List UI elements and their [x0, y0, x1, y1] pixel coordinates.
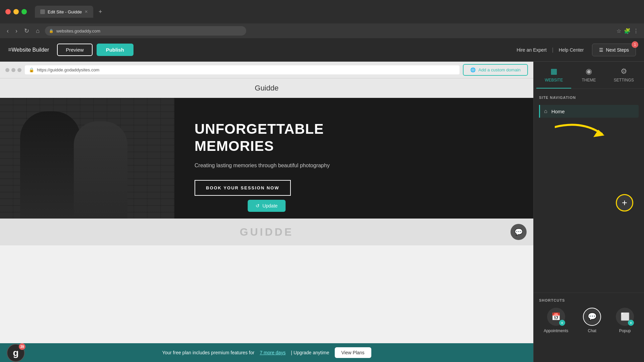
app-header: ≡ Website Builder Preview Publish Hire a… — [0, 38, 644, 62]
godaddy-logo: g 39 — [7, 344, 25, 362]
hero-title-line1: UNFORGETTABLE — [195, 121, 513, 137]
header-separator: | — [552, 47, 553, 53]
notification-badge: 1 — [632, 41, 638, 48]
godaddy-badge: g 39 — [7, 344, 25, 362]
next-steps-label: Next Steps — [606, 47, 629, 53]
book-session-button[interactable]: BOOK YOUR SESSION NOW — [195, 180, 291, 196]
hero-section[interactable]: UNFORGETTABLE MEMORIES Creating lasting … — [0, 98, 533, 219]
right-panel: ▦ WEBSITE ◉ THEME ⚙ SETTINGS SITE NAVIGA… — [533, 62, 644, 362]
new-tab-button[interactable]: + — [96, 7, 105, 17]
editor-area: 🔒 https://guidde.godaddysites.com 🌐 Add … — [0, 62, 533, 362]
tab-close-icon[interactable]: ✕ — [85, 9, 88, 14]
preview-browser-bar: 🔒 https://guidde.godaddysites.com 🌐 Add … — [0, 62, 533, 78]
popup-icon: ⬜ + — [616, 308, 634, 326]
website-tab-label: WEBSITE — [545, 78, 563, 82]
tab-settings[interactable]: ⚙ SETTINGS — [606, 62, 641, 88]
settings-tab-icon: ⚙ — [621, 67, 627, 76]
url-text: websites.godaddy.com — [56, 28, 100, 34]
globe-icon: 🌐 — [470, 67, 476, 72]
godaddy-letter: g — [13, 348, 18, 358]
chat-bubble-icon[interactable]: 💬 — [511, 224, 527, 240]
plus-icon: + — [622, 197, 627, 208]
main-layout: 🔒 https://guidde.godaddysites.com 🌐 Add … — [0, 62, 644, 362]
add-page-button[interactable]: + — [616, 194, 633, 212]
back-button[interactable]: ‹ — [5, 26, 10, 36]
tab-theme[interactable]: ◉ THEME — [571, 62, 606, 88]
arrow-annotation — [555, 120, 622, 147]
nav-item-home[interactable]: ⌂ Home — [539, 105, 639, 118]
address-bar[interactable]: 🔒 websites.godaddy.com — [45, 26, 246, 36]
appointments-badge: + — [559, 320, 565, 326]
home-nav-icon: ⌂ — [544, 108, 547, 114]
person2-silhouette — [74, 121, 127, 219]
preview-url-bar[interactable]: 🔒 https://guidde.godaddysites.com — [25, 65, 460, 74]
add-domain-label: Add a custom domain — [478, 67, 521, 72]
home-button[interactable]: ⌂ — [35, 26, 41, 36]
preview-dot-3 — [17, 68, 21, 72]
guidde-footer-text: GUIDDE — [240, 226, 293, 238]
minimize-button[interactable] — [13, 9, 19, 14]
help-center-link[interactable]: Help Center — [559, 47, 584, 53]
godaddy-notification-count: 39 — [19, 343, 25, 350]
theme-tab-label: THEME — [582, 78, 596, 82]
hero-photo — [0, 98, 174, 219]
star-icon: ☆ — [616, 28, 621, 34]
forward-button[interactable]: › — [14, 26, 19, 36]
add-page-button-wrapper: + — [621, 127, 639, 144]
settings-tab-label: SETTINGS — [614, 78, 634, 82]
bottom-section: GUIDDE 💬 — [0, 219, 533, 245]
shortcut-chat[interactable]: 💬 Chat — [583, 308, 601, 333]
hire-expert-link[interactable]: Hire an Expert — [517, 47, 546, 53]
view-plans-button[interactable]: View Plans — [335, 347, 371, 358]
shortcut-appointments[interactable]: 📅 + Appointments — [544, 308, 568, 333]
shortcuts-grid: 📅 + Appointments 💬 Chat ⬜ + Popup — [539, 308, 639, 333]
publish-button[interactable]: Publish — [97, 44, 133, 56]
preview-dot-2 — [11, 68, 15, 72]
close-button[interactable] — [5, 9, 11, 14]
update-button[interactable]: ↺ Update — [248, 200, 285, 212]
next-steps-icon: ☰ — [599, 47, 603, 53]
website-builder-text: Website Builder — [12, 47, 49, 53]
home-nav-label: Home — [551, 109, 565, 114]
add-custom-domain-button[interactable]: 🌐 Add a custom domain — [463, 64, 528, 76]
site-header-bar: Guidde — [0, 78, 533, 98]
preview-button[interactable]: Preview — [57, 44, 92, 56]
update-label: Update — [262, 203, 277, 208]
site-name: Guidde — [255, 84, 279, 92]
lock-icon: 🔒 — [49, 29, 54, 33]
person1-silhouette — [20, 111, 80, 219]
hamburger-menu[interactable]: ≡ — [8, 46, 12, 53]
chat-icon: 💬 — [583, 308, 601, 326]
tab-website[interactable]: ▦ WEBSITE — [536, 62, 571, 88]
browser-extensions: ☆ 🧩 ⋮ — [616, 28, 639, 34]
next-steps-button[interactable]: ☰ Next Steps 1 — [592, 44, 636, 56]
browser-tabs: Edit Site - Guidde ✕ + — [35, 6, 105, 18]
update-icon: ↺ — [256, 203, 260, 208]
active-tab[interactable]: Edit Site - Guidde ✕ — [35, 6, 93, 18]
hero-title-line2: MEMORIES — [195, 138, 513, 155]
website-tab-icon: ▦ — [550, 67, 557, 76]
tab-title: Edit Site - Guidde — [48, 9, 82, 14]
puzzle-icon: 🧩 — [624, 28, 631, 34]
refresh-button[interactable]: ↻ — [23, 26, 31, 36]
banner-text: Your free plan includes premium features… — [162, 350, 254, 355]
site-navigation-label: SITE NAVIGATION — [539, 96, 639, 100]
shortcuts-section: SHORTCUTS 📅 + Appointments 💬 Chat ⬜ — [534, 293, 644, 339]
days-link[interactable]: 7 more days — [260, 350, 285, 355]
tab-favicon — [40, 9, 45, 14]
hero-text-area: UNFORGETTABLE MEMORIES Creating lasting … — [174, 107, 533, 209]
shortcut-popup[interactable]: ⬜ + Popup — [616, 308, 634, 333]
website-builder-label: Website Builder — [12, 47, 49, 53]
panel-tabs: ▦ WEBSITE ◉ THEME ⚙ SETTINGS — [534, 62, 644, 89]
preview-dot-1 — [5, 68, 9, 72]
hero-title: UNFORGETTABLE MEMORIES — [195, 121, 513, 155]
maximize-button[interactable] — [21, 9, 27, 14]
chat-label: Chat — [588, 328, 596, 333]
traffic-lights — [5, 9, 27, 14]
banner-separator: | Upgrade anytime — [291, 350, 329, 355]
hero-subtitle: Creating lasting memories through beauti… — [195, 161, 513, 170]
appointments-label: Appointments — [544, 328, 568, 333]
bottom-banner: g 39 Your free plan includes premium fea… — [0, 343, 533, 362]
preview-dots — [5, 68, 21, 72]
popup-label: Popup — [619, 328, 631, 333]
